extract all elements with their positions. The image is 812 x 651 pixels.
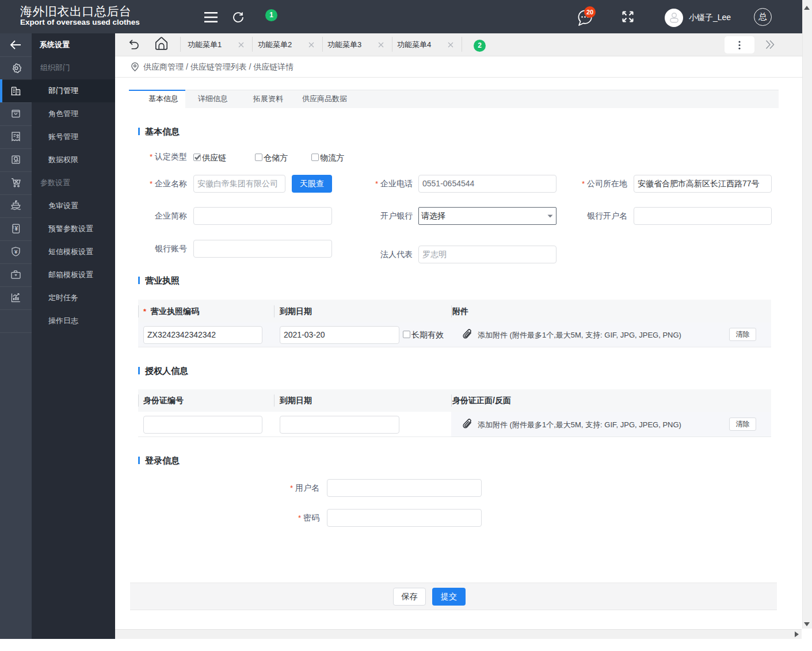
svg-text:¥: ¥ [14,248,18,255]
svg-text:¥: ¥ [15,225,18,232]
